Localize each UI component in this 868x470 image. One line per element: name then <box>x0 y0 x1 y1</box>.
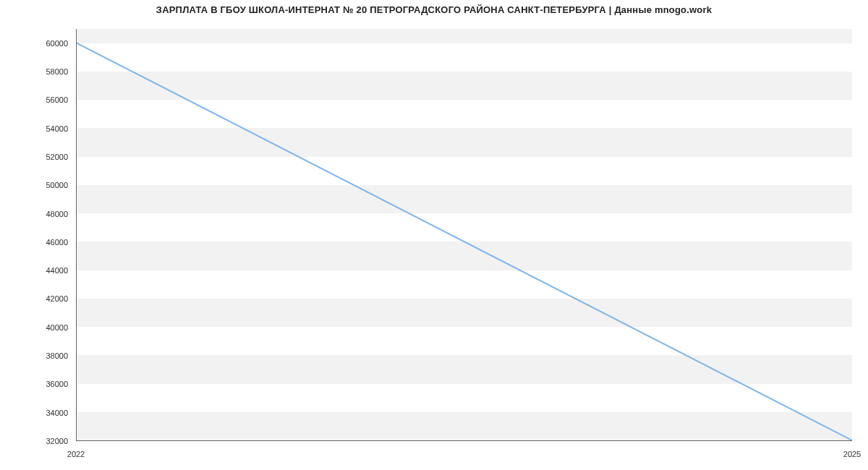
y-tick-label: 50000 <box>46 181 68 189</box>
y-tick-label: 40000 <box>46 323 68 332</box>
grid-band <box>77 355 852 383</box>
y-tick-label: 44000 <box>46 266 68 275</box>
grid-band <box>77 299 852 327</box>
grid-band <box>77 412 852 440</box>
y-tick-label: 58000 <box>46 67 68 76</box>
y-tick-label: 52000 <box>46 153 68 161</box>
y-tick-label: 46000 <box>46 238 68 247</box>
y-tick-label: 60000 <box>46 39 68 48</box>
y-tick-label: 34000 <box>46 409 68 417</box>
plot-area <box>76 29 852 441</box>
y-tick-label: 42000 <box>46 294 68 303</box>
grid-band <box>77 29 852 43</box>
y-tick-label: 56000 <box>46 95 68 104</box>
y-tick-label: 36000 <box>46 380 68 388</box>
y-tick-label: 32000 <box>46 437 68 445</box>
x-tick-label: 2022 <box>67 450 85 458</box>
grid-band <box>77 185 852 213</box>
grid-band <box>77 72 852 100</box>
grid-band <box>77 242 852 270</box>
y-tick-label: 38000 <box>46 351 68 360</box>
x-axis-ticks: 20222025 <box>76 445 852 470</box>
y-axis-ticks: 3200034000360003800040000420004400046000… <box>0 29 72 441</box>
y-tick-label: 48000 <box>46 210 68 218</box>
chart-container: ЗАРПЛАТА В ГБОУ ШКОЛА-ИНТЕРНАТ № 20 ПЕТР… <box>0 0 868 470</box>
grid-band <box>77 128 852 156</box>
x-tick-label: 2025 <box>843 450 861 458</box>
y-tick-label: 54000 <box>46 124 68 133</box>
chart-title: ЗАРПЛАТА В ГБОУ ШКОЛА-ИНТЕРНАТ № 20 ПЕТР… <box>0 4 868 15</box>
